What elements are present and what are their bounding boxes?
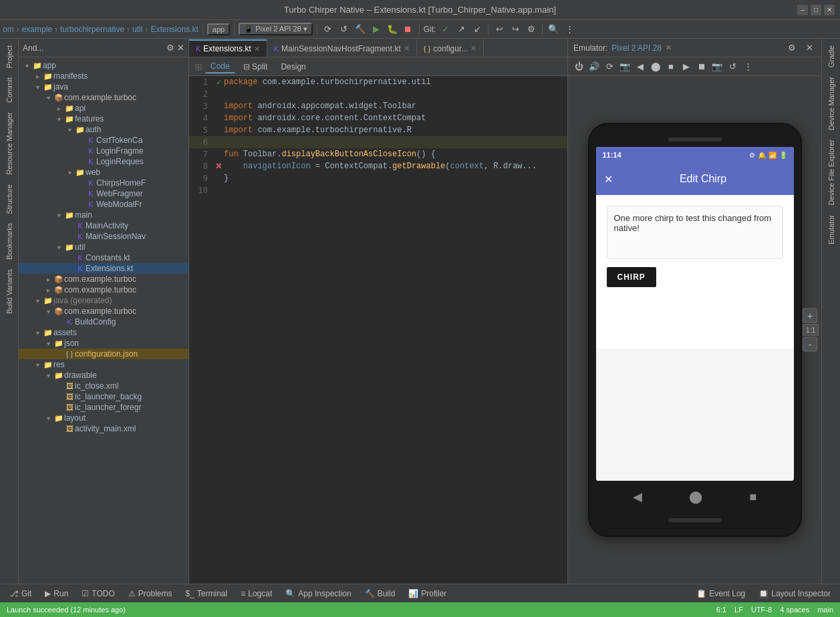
tree-item-drawable[interactable]: ▾ 📁 drawable bbox=[19, 370, 188, 381]
branch[interactable]: main bbox=[817, 606, 833, 614]
breadcrumb-turbochirpernative[interactable]: turbochirpernative bbox=[60, 25, 124, 34]
charset[interactable]: UTF-8 bbox=[751, 606, 772, 614]
app-dropdown[interactable]: app bbox=[207, 23, 230, 35]
refresh-button[interactable]: ↺ bbox=[337, 23, 351, 36]
debug-button[interactable]: 🐛 bbox=[386, 23, 399, 36]
tree-item-extensions[interactable]: K Extensions.kt bbox=[19, 263, 188, 274]
tree-item-auth[interactable]: ▾ 📁 auth bbox=[19, 124, 188, 135]
bottom-tab-event-log[interactable]: 📋 Event Log bbox=[691, 588, 750, 600]
tree-item-chirpshome[interactable]: K ChirpsHomeF bbox=[19, 178, 188, 188]
bottom-tab-app-inspection[interactable]: 🔍 App Inspection bbox=[280, 588, 356, 600]
bottom-tab-build[interactable]: 🔨 Build bbox=[360, 588, 401, 600]
emulator-device[interactable]: Pixel 2 API 28 bbox=[611, 43, 662, 53]
breadcrumb-example[interactable]: example bbox=[22, 25, 52, 34]
tree-item-java[interactable]: ▾ 📁 java bbox=[19, 81, 188, 92]
sidebar-item-project[interactable]: Project bbox=[4, 41, 15, 72]
tree-item-webfragment[interactable]: K WebFragmer bbox=[19, 188, 188, 199]
volume-icon[interactable]: 🔊 bbox=[587, 60, 601, 73]
sidebar-item-device-manager[interactable]: Device Manager bbox=[826, 73, 837, 134]
git-push-button[interactable]: ↗ bbox=[454, 23, 468, 36]
build-button[interactable]: 🔨 bbox=[354, 23, 367, 36]
back-icon[interactable]: ◀ bbox=[634, 60, 647, 73]
tree-item-assets[interactable]: ▾ 📁 assets bbox=[19, 327, 188, 338]
chirp-button[interactable]: CHIRP bbox=[607, 267, 656, 287]
tree-item-main[interactable]: ▾ 📁 main bbox=[19, 210, 188, 220]
stop-button[interactable]: ⏹ bbox=[402, 23, 415, 36]
phone-back-icon[interactable]: ◀ bbox=[633, 489, 642, 504]
emulator-tab-close[interactable]: ✕ bbox=[666, 43, 672, 52]
tree-item-ic-launcher-fg[interactable]: 🖼 ic_launcher_foregr bbox=[19, 402, 188, 413]
tree-item-package-2[interactable]: ▸ 📦 com.example.turboc bbox=[19, 274, 188, 284]
tree-item-json[interactable]: ▾ 📁 json bbox=[19, 338, 188, 349]
tree-item-ic-close[interactable]: 🖼 ic_close.xml bbox=[19, 381, 188, 391]
tab-mainsession[interactable]: K MainSessionNavHostFragment.kt ✕ bbox=[267, 39, 417, 57]
tab-extensions-kt[interactable]: K Extensions.kt ✕ bbox=[189, 39, 267, 57]
stop-recording-icon[interactable]: ⏹ bbox=[695, 60, 708, 73]
sidebar-item-emulator[interactable]: Emulator bbox=[826, 211, 837, 248]
power-icon[interactable]: ⏻ bbox=[572, 60, 585, 73]
minimize-button[interactable]: – bbox=[797, 5, 808, 15]
git-check-button[interactable]: ✓ bbox=[438, 23, 452, 36]
breadcrumb-om[interactable]: om bbox=[3, 25, 14, 34]
tree-item-loginfragment[interactable]: K LoginFragme bbox=[19, 146, 188, 156]
rotate-icon[interactable]: ⟳ bbox=[603, 60, 616, 73]
undo-button[interactable]: ↩ bbox=[493, 23, 506, 36]
tree-item-csrf[interactable]: K CsrfTokenCa bbox=[19, 135, 188, 146]
bottom-tab-terminal[interactable]: $_ Terminal bbox=[180, 588, 233, 600]
project-gear-icon[interactable]: ⚙ bbox=[166, 43, 174, 53]
tab-close-icon[interactable]: ✕ bbox=[254, 45, 260, 53]
more-emulator-icon[interactable]: ⋮ bbox=[741, 60, 754, 73]
tree-item-web[interactable]: ▾ 📁 web bbox=[19, 167, 188, 178]
bottom-tab-layout-inspector[interactable]: 🔲 Layout Inspector bbox=[753, 588, 836, 600]
bottom-tab-git[interactable]: ⎇ Git bbox=[4, 588, 37, 600]
sidebar-item-structure[interactable]: Structure bbox=[4, 180, 15, 218]
tab-close-icon[interactable]: ✕ bbox=[404, 44, 410, 53]
tree-item-configuration[interactable]: { } configuration.json bbox=[19, 349, 188, 359]
emulator-close-icon[interactable]: ✕ bbox=[803, 41, 816, 55]
git-pull-button[interactable]: ↙ bbox=[470, 23, 484, 36]
play-icon[interactable]: ▶ bbox=[680, 60, 693, 73]
settings-button[interactable]: ⚙ bbox=[525, 23, 538, 36]
sidebar-item-resource[interactable]: Resource Manager bbox=[4, 108, 15, 179]
maximize-button[interactable]: □ bbox=[811, 5, 821, 15]
device-dropdown[interactable]: 📱 Pixel 2 API 28 ▾ bbox=[239, 23, 313, 35]
sidebar-item-commit[interactable]: Commit bbox=[4, 73, 15, 107]
project-close-icon[interactable]: ✕ bbox=[177, 43, 184, 53]
tree-item-mainsessionnav[interactable]: K MainSessionNav bbox=[19, 231, 188, 242]
sidebar-item-device-file[interactable]: Device File Explorer bbox=[826, 136, 837, 209]
cursor-position[interactable]: 6:1 bbox=[716, 606, 726, 614]
tree-item-manifests[interactable]: ▸ 📁 manifests bbox=[19, 71, 188, 81]
breadcrumb-file[interactable]: Extensions.kt bbox=[150, 25, 198, 34]
more-button[interactable]: ⋮ bbox=[563, 23, 576, 36]
home-icon[interactable]: ⬤ bbox=[649, 60, 662, 73]
sidebar-item-build-variants[interactable]: Build Variants bbox=[4, 265, 15, 318]
bottom-tab-todo[interactable]: ☑ TODO bbox=[76, 588, 120, 600]
sidebar-item-gradle[interactable]: Gradle bbox=[826, 41, 837, 71]
refresh-emulator-icon[interactable]: ↺ bbox=[726, 60, 739, 73]
breadcrumb-util[interactable]: util bbox=[132, 25, 142, 34]
dialog-close-button[interactable]: ✕ bbox=[604, 173, 613, 186]
tree-item-buildconfig[interactable]: K BuildConfig bbox=[19, 317, 188, 327]
screenshot-icon[interactable]: 📷 bbox=[618, 60, 632, 73]
line-ending[interactable]: LF bbox=[734, 606, 743, 614]
bottom-tab-run[interactable]: ▶ Run bbox=[39, 588, 74, 600]
tree-item-app[interactable]: ▾ 📁 app bbox=[19, 60, 188, 71]
tree-item-package-gen[interactable]: ▾ 📦 com.example.turboc bbox=[19, 306, 188, 317]
tab-config[interactable]: { } configur... ✕ bbox=[417, 39, 484, 57]
bottom-tab-profiler[interactable]: 📊 Profiler bbox=[403, 588, 452, 600]
overview-icon[interactable]: ■ bbox=[664, 60, 678, 73]
sidebar-item-bookmarks[interactable]: Bookmarks bbox=[4, 219, 15, 264]
bottom-tab-problems[interactable]: ⚠ Problems bbox=[123, 588, 178, 600]
split-view-button[interactable]: ⊟ Split bbox=[238, 61, 273, 73]
tree-item-package-3[interactable]: ▸ 📦 com.example.turboc bbox=[19, 284, 188, 295]
phone-overview-icon[interactable]: ■ bbox=[749, 490, 756, 504]
tree-item-loginrequest[interactable]: K LoginReques bbox=[19, 156, 188, 167]
tree-item-ic-launcher-bg[interactable]: 🖼 ic_launcher_backg bbox=[19, 391, 188, 402]
camera-icon[interactable]: 📷 bbox=[710, 60, 724, 73]
search-button[interactable]: 🔍 bbox=[547, 23, 560, 36]
close-button[interactable]: ✕ bbox=[824, 5, 835, 15]
sync-button[interactable]: ⟳ bbox=[321, 23, 335, 36]
indent[interactable]: 4 spaces bbox=[780, 606, 809, 614]
project-tree[interactable]: ▾ 📁 app ▸ 📁 manifests ▾ 📁 java ▾ bbox=[19, 57, 188, 584]
code-editor[interactable]: 1 ✓ package com.example.turbochirpernati… bbox=[189, 76, 567, 584]
